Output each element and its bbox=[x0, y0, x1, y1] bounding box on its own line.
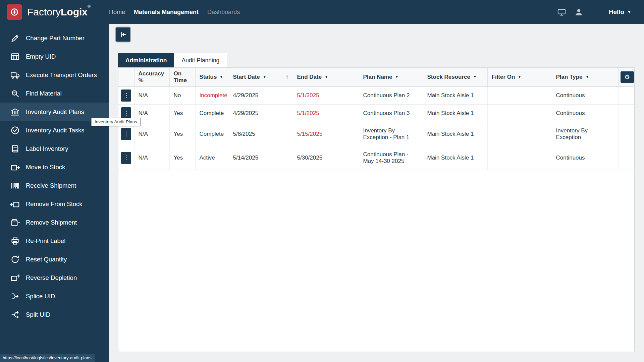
sidebar-item-execute-transport-orders[interactable]: Execute Transport Orders bbox=[0, 66, 109, 84]
factorylogix-logo-icon bbox=[7, 4, 22, 20]
sidebar-item-splice-uid[interactable]: Splice UID bbox=[0, 287, 109, 305]
sidebar-item-move-to-stock[interactable]: Move to Stock bbox=[0, 158, 109, 176]
column-header-on-time[interactable]: On Time bbox=[169, 68, 195, 86]
user-greeting: Hello bbox=[609, 8, 624, 16]
table-row: ⋮ N/A Yes Complete 4/29/2025 5/1/2025 Co… bbox=[118, 104, 634, 122]
sidebar-item-label: Find Material bbox=[26, 90, 62, 97]
app-logo[interactable]: FactoryLogix® bbox=[0, 4, 109, 20]
filter-icon[interactable] bbox=[395, 75, 399, 79]
column-header-plan-type[interactable]: Plan Type bbox=[552, 68, 618, 86]
collapse-panel-button[interactable] bbox=[115, 27, 131, 42]
printer-icon bbox=[10, 236, 20, 246]
settings-cell bbox=[618, 86, 634, 104]
sidebar-item-label: Receive Shipment bbox=[26, 182, 76, 189]
filter-icon[interactable] bbox=[585, 75, 589, 79]
nav-dashboards[interactable]: Dashboards bbox=[207, 9, 240, 16]
settings-cell bbox=[618, 122, 634, 146]
audit-plans-panel: Accuracy % On Time Status Start Date↑ En… bbox=[118, 67, 635, 352]
split-icon bbox=[10, 310, 20, 320]
sidebar-item-label: Empty UID bbox=[26, 53, 56, 60]
tab-audit-planning[interactable]: Audit Planning bbox=[174, 53, 227, 67]
sidebar-item-label: Move to Stock bbox=[26, 164, 65, 171]
column-header-plan-name[interactable]: Plan Name bbox=[359, 68, 423, 86]
sidebar-item-receive-shipment[interactable]: Receive Shipment bbox=[0, 176, 109, 195]
main-nav: Home Materials Management Dashboards bbox=[109, 9, 240, 16]
plan-name-cell: Continuous Plan - May 14-30 2025 bbox=[359, 146, 423, 170]
app-title: FactoryLogix® bbox=[27, 6, 91, 18]
row-actions-button[interactable]: ⋮ bbox=[121, 128, 131, 140]
bank-icon bbox=[10, 107, 20, 117]
sidebar-item-label: Re-Print Label bbox=[26, 237, 65, 245]
filter-on-cell bbox=[487, 104, 552, 122]
sidebar-item-empty-uid[interactable]: Empty UID bbox=[0, 47, 109, 66]
sidebar-item-label: Remove From Stock bbox=[26, 200, 83, 208]
column-header-filter-on[interactable]: Filter On bbox=[487, 68, 552, 86]
status-cell: Complete bbox=[195, 122, 229, 146]
filter-icon[interactable] bbox=[473, 75, 477, 79]
row-actions-button[interactable]: ⋮ bbox=[121, 107, 131, 119]
filter-icon[interactable] bbox=[219, 75, 223, 79]
table-row: ⋮ N/A Yes Active 5/14/2025 5/30/2025 Con… bbox=[118, 146, 634, 170]
column-header-status[interactable]: Status bbox=[195, 68, 229, 86]
gear-icon: ⚙ bbox=[624, 73, 630, 81]
sidebar-item-label: Reset Quantity bbox=[26, 256, 67, 263]
box-remove-icon bbox=[10, 218, 20, 228]
sidebar-item-label-inventory[interactable]: Label Inventory bbox=[0, 139, 109, 158]
sidebar-item-split-uid[interactable]: Split UID bbox=[0, 305, 109, 324]
row-actions-button[interactable]: ⋮ bbox=[121, 152, 131, 164]
column-header-accuracy[interactable]: Accuracy % bbox=[134, 68, 169, 86]
status-bar-url: https://localhost/logistics/inventory-au… bbox=[0, 354, 95, 362]
sidebar-item-reverse-depletion[interactable]: Reverse Depletion bbox=[0, 268, 109, 287]
end-date-cell: 5/15/2025 bbox=[293, 122, 359, 146]
reset-icon bbox=[10, 254, 20, 264]
user-menu[interactable]: Hello ▼ bbox=[609, 8, 631, 16]
pencil-icon bbox=[10, 33, 20, 43]
start-date-cell: 4/29/2025 bbox=[229, 104, 293, 122]
user-avatar-icon[interactable] bbox=[574, 8, 583, 17]
column-header-settings: ⚙ bbox=[618, 68, 634, 86]
end-date-cell: 5/1/2025 bbox=[293, 104, 359, 122]
tab-administration[interactable]: Administration bbox=[118, 53, 174, 67]
plan-type-cell: Continuous bbox=[552, 86, 618, 104]
status-cell: Incomplete bbox=[195, 86, 229, 104]
sidebar-item-label: Inventory Audit Plans bbox=[26, 108, 84, 116]
nav-home[interactable]: Home bbox=[109, 9, 125, 16]
box-out-icon bbox=[10, 199, 20, 209]
sidebar-item-remove-shipment[interactable]: Remove Shipment bbox=[0, 213, 109, 232]
stock-resource-cell: Main Stock Aisle 1 bbox=[423, 86, 487, 104]
status-cell: Active bbox=[195, 146, 229, 170]
kebab-menu-icon: ⋮ bbox=[123, 92, 129, 99]
column-header-start-date[interactable]: Start Date↑ bbox=[229, 68, 293, 86]
sidebar-item-label: Inventory Audit Tasks bbox=[26, 127, 84, 134]
plan-name-cell: Continuous Plan 2 bbox=[359, 86, 423, 104]
sort-ascending-icon: ↑ bbox=[286, 73, 289, 80]
sidebar-item-change-part-number[interactable]: Change Part Number bbox=[0, 29, 109, 47]
column-header-end-date[interactable]: End Date bbox=[293, 68, 359, 86]
end-date-cell: 5/1/2025 bbox=[293, 86, 359, 104]
filter-icon[interactable] bbox=[324, 75, 328, 79]
nav-materials-management[interactable]: Materials Management bbox=[134, 9, 199, 16]
row-actions-button[interactable]: ⋮ bbox=[121, 89, 131, 102]
on-time-cell: Yes bbox=[169, 122, 195, 146]
splice-icon bbox=[10, 291, 20, 301]
sidebar-item-find-material[interactable]: Find Material bbox=[0, 84, 109, 103]
sidebar-item-reset-quantity[interactable]: Reset Quantity bbox=[0, 250, 109, 268]
display-icon[interactable] bbox=[557, 8, 566, 17]
on-time-cell: Yes bbox=[169, 104, 195, 122]
column-header-stock-resource[interactable]: Stock Resource bbox=[423, 68, 487, 86]
filter-icon[interactable] bbox=[518, 75, 522, 79]
sidebar-item-label: Reverse Depletion bbox=[26, 274, 77, 282]
sidebar-item-remove-from-stock[interactable]: Remove From Stock bbox=[0, 195, 109, 213]
sidebar-item-label: Change Part Number bbox=[26, 35, 85, 42]
column-header-actions bbox=[118, 68, 134, 86]
plan-name-cell: Continuous Plan 3 bbox=[359, 104, 423, 122]
accuracy-cell: N/A bbox=[134, 146, 169, 170]
filter-icon[interactable] bbox=[263, 75, 267, 79]
box-plus-icon bbox=[10, 273, 20, 283]
kebab-menu-icon: ⋮ bbox=[123, 110, 129, 116]
box-in-icon bbox=[10, 162, 20, 172]
stock-resource-cell: Main Stock Aisle 1 bbox=[423, 146, 487, 170]
search-icon bbox=[10, 88, 20, 99]
column-chooser-button[interactable]: ⚙ bbox=[621, 71, 634, 83]
sidebar-item-re-print-label[interactable]: Re-Print Label bbox=[0, 232, 109, 250]
